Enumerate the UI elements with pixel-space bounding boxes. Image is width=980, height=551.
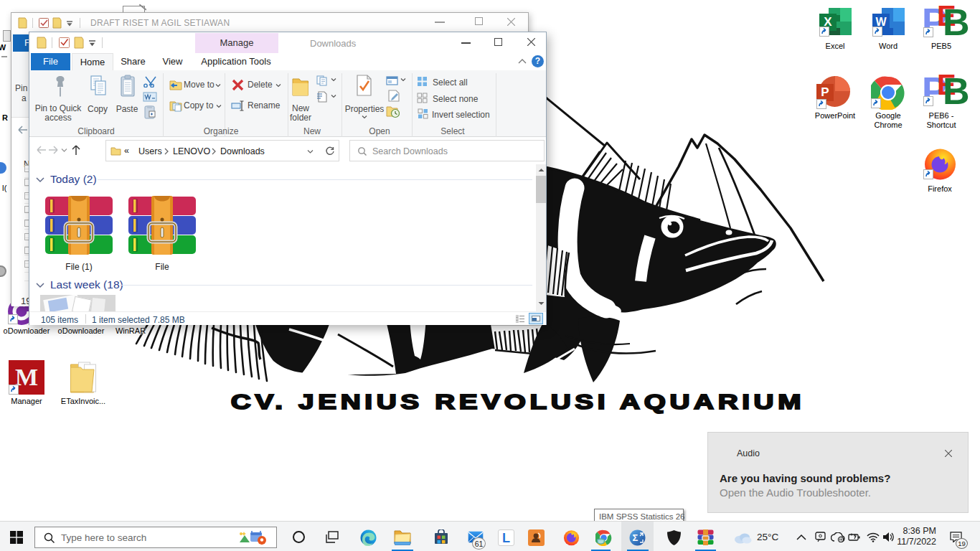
svg-text:Σ: Σ [633,532,639,543]
svg-text:CV. JENIUS REVOLUSI AQUARIUM: CV. JENIUS REVOLUSI AQUARIUM [231,390,805,413]
